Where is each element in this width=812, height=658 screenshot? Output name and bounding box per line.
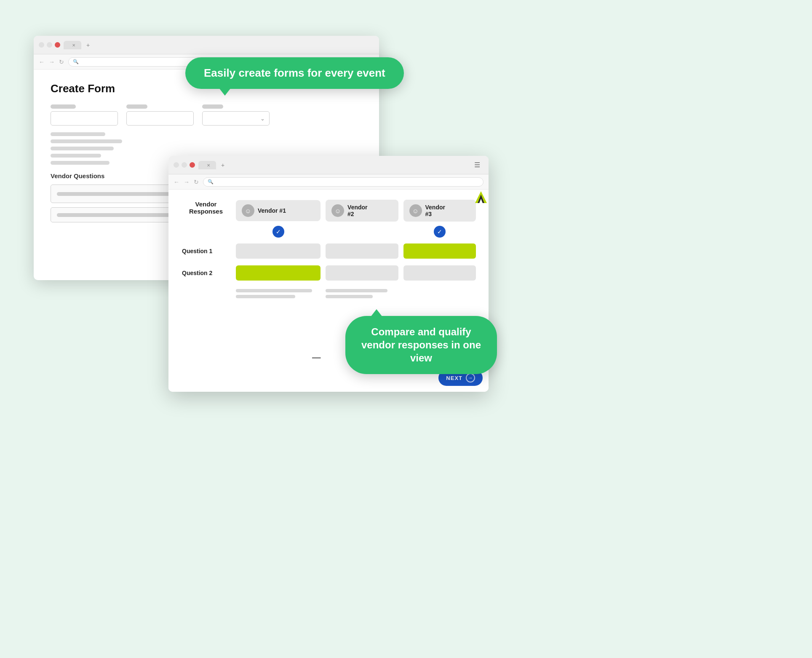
vendor-1-q2-cell	[233, 262, 323, 284]
vendor-1-header: ☺ Vendor #1	[236, 200, 321, 221]
vendor-2-q2-cell	[323, 262, 401, 284]
tab-close-icon[interactable]: ✕	[72, 43, 75, 48]
tab-group-back: ✕ +	[64, 41, 374, 49]
skel-line-5	[51, 161, 110, 165]
vendor-3-q2-cell	[401, 262, 478, 284]
tab-front-close-icon[interactable]: ✕	[207, 163, 210, 168]
next-button-label: NEXT	[446, 375, 462, 381]
vendor-3-q1-cell	[401, 240, 478, 262]
address-text: 🔍	[73, 59, 79, 64]
vendor-3-avatar: ☺	[409, 204, 422, 217]
vendor-1-q2-response	[236, 265, 321, 281]
field-block-3: ⌄	[202, 104, 270, 126]
front-maximize-btn[interactable]	[182, 162, 187, 168]
tab-group-front: ✕ +	[198, 161, 471, 169]
vendor-3-header-cell: ☺ Vendor#3	[401, 198, 478, 223]
field-label-3	[202, 104, 223, 109]
field-label-1	[51, 104, 76, 109]
vendor-2-header: ☺ Vendor#2	[326, 200, 398, 222]
minimize-btn[interactable]	[39, 42, 44, 48]
vendor-2-name: Vendor#2	[347, 204, 367, 217]
field-select-3[interactable]: ⌄	[202, 111, 270, 126]
vendor-1-name: Vendor #1	[258, 207, 286, 214]
window-controls-front	[174, 162, 195, 168]
front-nav-forward-icon[interactable]: →	[184, 179, 190, 185]
vendor-1-avatar: ☺	[242, 204, 254, 217]
skel-vendor3-1	[401, 284, 478, 300]
question-2-label: Question 2	[179, 262, 233, 284]
front-nav-refresh-icon[interactable]: ↻	[194, 179, 199, 185]
skel-line-4	[51, 154, 101, 158]
vendor-3-check-cell: ✓	[401, 223, 478, 240]
vendor-1-checkmark: ✓	[272, 226, 284, 238]
question-1-label: Question 1	[179, 240, 233, 262]
vendor-1-q1-cell	[233, 240, 323, 262]
titlebar-front: ✕ + ☰	[168, 156, 489, 174]
question-1-row: Question 1	[179, 240, 478, 262]
vendor-2-check-cell	[323, 223, 401, 240]
hamburger-icon[interactable]: ☰	[474, 161, 480, 169]
field-input-2[interactable]	[126, 111, 194, 126]
vendor-2-q1-cell	[323, 240, 401, 262]
vendor-1-check-cell: ✓	[233, 223, 323, 240]
skeleton-row-1	[179, 284, 478, 300]
front-address-input[interactable]: 🔍	[203, 177, 483, 187]
tooltip-top-text: Easily create forms for every event	[204, 67, 385, 79]
skel-line-1	[51, 132, 105, 136]
skel-vendor2-1	[323, 284, 401, 300]
field-block-1	[51, 104, 118, 126]
vendor-3-name: Vendor#3	[425, 204, 445, 217]
tooltip-top: Easily create forms for every event	[185, 57, 404, 89]
check-row: ✓ ✓	[179, 223, 478, 240]
field-input-1[interactable]	[51, 111, 118, 126]
addressbar-front: ← → ↻ 🔍	[168, 174, 489, 190]
skel-vendor1-1	[233, 284, 323, 300]
vendor-3-header: ☺ Vendor#3	[403, 200, 476, 222]
vendor-3-q2-response	[403, 265, 476, 281]
front-close-btn[interactable]	[190, 162, 195, 168]
vendor-1-header-cell: ☺ Vendor #1	[233, 198, 323, 223]
vendor-responses-table: VendorResponses ☺ Vendor #1 ☺ Vendor#2	[179, 198, 478, 300]
next-arrow-icon: →	[466, 373, 475, 382]
close-btn[interactable]	[55, 42, 60, 48]
tab-back[interactable]: ✕	[64, 41, 81, 49]
vendor-responses-col-label: VendorResponses	[189, 201, 223, 215]
question-2-row: Question 2	[179, 262, 478, 284]
vendor-3-q1-response	[403, 243, 476, 259]
skel-line-2	[51, 139, 122, 143]
front-nav-back-icon[interactable]: ←	[174, 179, 179, 185]
titlebar-back: ✕ +	[34, 36, 379, 54]
tab-front[interactable]: ✕	[198, 161, 216, 169]
new-tab-front-btn[interactable]: +	[218, 161, 228, 169]
field-label-2	[126, 104, 147, 109]
tooltip-bottom: Compare and qualify vendor responses in …	[345, 316, 497, 374]
tooltip-bottom-text: Compare and qualify vendor responses in …	[361, 326, 481, 364]
brand-logo	[473, 190, 489, 206]
window-controls-back	[39, 42, 60, 48]
front-address-text: 🔍	[208, 179, 214, 185]
vendor-2-q2-response	[326, 265, 398, 281]
vendor-3-checkmark: ✓	[434, 226, 446, 238]
nav-back-icon[interactable]: ←	[39, 59, 45, 65]
vendor-2-q1-response	[326, 243, 398, 259]
new-tab-btn[interactable]: +	[83, 41, 93, 49]
front-minimize-btn[interactable]	[174, 162, 179, 168]
vendor-1-q1-response	[236, 243, 321, 259]
vendor-2-header-cell: ☺ Vendor#2	[323, 198, 401, 223]
nav-refresh-icon[interactable]: ↻	[59, 59, 64, 65]
field-block-2	[126, 104, 194, 126]
maximize-btn[interactable]	[47, 42, 52, 48]
form-fields-row: ⌄	[51, 104, 362, 126]
skel-line-3	[51, 147, 114, 150]
table-header-label: VendorResponses	[179, 198, 233, 223]
nav-forward-icon[interactable]: →	[49, 59, 55, 65]
vendor-2-avatar: ☺	[331, 204, 344, 217]
